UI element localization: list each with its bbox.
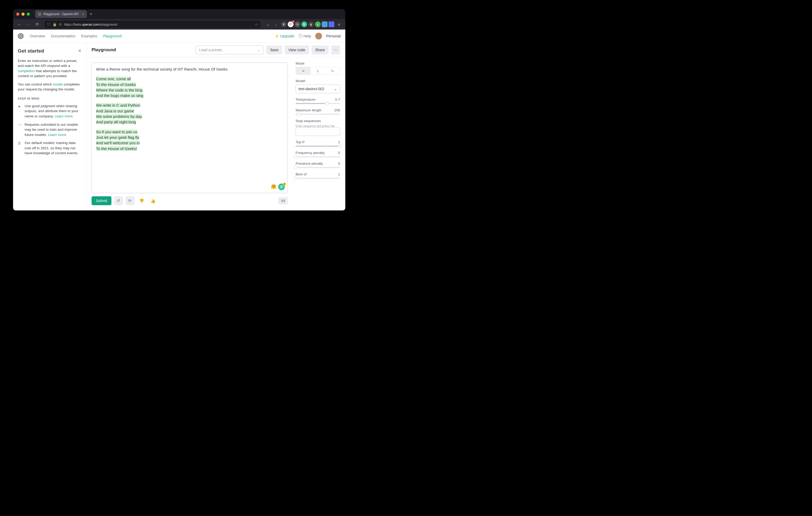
maxlen-slider[interactable] bbox=[296, 114, 340, 115]
nav-examples[interactable]: Examples bbox=[81, 34, 97, 38]
extension-plus-icon[interactable]: + bbox=[315, 22, 321, 27]
keep-in-mind-heading: KEEP IN MIND bbox=[18, 97, 81, 101]
prompt-editor[interactable]: Write a theme song for the technical soc… bbox=[92, 62, 288, 193]
editor-column: Write a theme song for the technical soc… bbox=[86, 57, 293, 210]
close-sidebar-icon[interactable]: ✕ bbox=[78, 48, 81, 54]
sidebar-title: Get started ✕ bbox=[18, 47, 81, 55]
downloads-icon[interactable]: ↓ bbox=[272, 21, 280, 28]
reload-button[interactable]: ⟳ bbox=[33, 21, 41, 28]
completion-text: Come one, come allTo the House of GeeksW… bbox=[96, 76, 283, 151]
address-bar[interactable]: 🛡 🔒 ⚙ https://beta.openai.com/playground… bbox=[45, 21, 261, 28]
nav-right: ⚡ Upgrade ? Help Personal bbox=[275, 33, 341, 39]
grammarly-icon[interactable]: G bbox=[301, 22, 307, 27]
help-link[interactable]: ? Help bbox=[298, 34, 311, 38]
new-tab-button[interactable]: + bbox=[89, 11, 92, 17]
lock-icon: 🔒 bbox=[53, 23, 57, 26]
topp-param: Top P1 bbox=[296, 140, 340, 147]
temperature-slider[interactable] bbox=[296, 103, 340, 104]
close-window-icon[interactable] bbox=[16, 12, 19, 16]
bookmark-icon[interactable]: ☆ bbox=[255, 23, 258, 26]
close-tab-icon[interactable]: × bbox=[82, 12, 84, 16]
model-select[interactable]: text-davinci-002 ⌄ bbox=[296, 85, 340, 93]
thumbs-down-button[interactable]: 👎 bbox=[137, 196, 146, 205]
bestof-slider[interactable] bbox=[296, 178, 340, 179]
chevron-down-icon: ⌄ bbox=[257, 48, 260, 52]
extension-k-icon[interactable]: K bbox=[281, 22, 287, 27]
stop-param: Stop sequences Enter sequence and press … bbox=[296, 119, 340, 136]
mode-insert-icon[interactable]: ⤓ bbox=[311, 67, 325, 74]
submit-button[interactable]: Submit bbox=[92, 196, 111, 205]
back-button[interactable]: ← bbox=[16, 21, 23, 28]
sidebar: Get started ✕ Enter an instruction or se… bbox=[13, 42, 86, 210]
emoji-reaction-icon[interactable]: 🤗 bbox=[270, 183, 277, 190]
pres-param: Presence penalty0 bbox=[296, 161, 340, 168]
browser-toolbar: ← → ⟳ 🛡 🔒 ⚙ https://beta.openai.com/play… bbox=[13, 19, 345, 30]
permissions-icon: ⚙ bbox=[59, 23, 62, 26]
nav-links: Overview Documentation Examples Playgrou… bbox=[30, 34, 122, 38]
model-link[interactable]: model bbox=[53, 82, 63, 86]
svg-point-0 bbox=[38, 13, 40, 15]
hamburger-menu-icon[interactable]: ≡ bbox=[336, 21, 343, 28]
mode-param: Mode ≡ ⤓ ≒ bbox=[296, 61, 340, 75]
action-row: Submit ↺ ⟳ 👎 👍 94 bbox=[92, 196, 288, 205]
forward-button[interactable]: → bbox=[25, 21, 32, 28]
params-panel: Mode ≡ ⤓ ≒ Model text-davinci-002 ⌄ bbox=[293, 57, 345, 210]
nav-overview[interactable]: Overview bbox=[30, 34, 45, 38]
undo-button[interactable]: ↺ bbox=[114, 196, 123, 205]
pocket-icon[interactable]: ⌄ bbox=[264, 21, 271, 28]
pres-slider[interactable] bbox=[296, 167, 340, 168]
browser-window: Playground - OpenAI API × + ← → ⟳ 🛡 🔒 ⚙ … bbox=[13, 9, 345, 210]
stop-sequence-input[interactable] bbox=[296, 127, 340, 136]
sidebar-intro-2: You can control which model completes yo… bbox=[18, 82, 81, 92]
temperature-param: Temperature0.7 bbox=[296, 97, 340, 104]
view-code-button[interactable]: View code bbox=[285, 45, 309, 54]
tab-title: Playground - OpenAI API bbox=[44, 12, 79, 16]
bestof-param: Best of1 bbox=[296, 172, 340, 179]
page-content: Overview Documentation Examples Playgrou… bbox=[13, 30, 345, 210]
freq-slider[interactable] bbox=[296, 156, 340, 157]
account-name[interactable]: Personal bbox=[326, 34, 341, 38]
sidebar-intro-1: Enter an instruction or select a preset,… bbox=[18, 58, 81, 79]
editor-badges: 🤗 G2 bbox=[270, 183, 285, 190]
help-icon: ? bbox=[298, 34, 302, 38]
share-button[interactable]: Share bbox=[312, 45, 328, 54]
minimize-window-icon[interactable] bbox=[22, 12, 25, 16]
preset-select[interactable]: Load a preset... ⌄ bbox=[196, 45, 264, 54]
extension-c-icon[interactable]: ↻ bbox=[295, 22, 300, 27]
thumbs-up-button[interactable]: 👍 bbox=[149, 196, 157, 205]
playground-header: Playground Load a preset... ⌄ Save View … bbox=[86, 42, 345, 57]
extension-purple-icon[interactable] bbox=[328, 22, 334, 27]
main-body: Write a theme song for the technical soc… bbox=[86, 57, 345, 210]
token-count: 94 bbox=[278, 197, 288, 205]
learn-more-link[interactable]: Learn more bbox=[48, 133, 66, 137]
topp-slider[interactable] bbox=[296, 146, 340, 147]
url-text: https://beta.openai.com/playground bbox=[64, 23, 253, 26]
nav-playground[interactable]: Playground bbox=[103, 34, 122, 38]
learn-more-link[interactable]: Learn more bbox=[55, 114, 73, 118]
activity-icon: 〰 bbox=[18, 123, 22, 138]
ublock-icon[interactable]: 🛡9 bbox=[288, 22, 293, 27]
mode-complete-icon[interactable]: ≡ bbox=[296, 67, 311, 74]
save-button[interactable]: Save bbox=[266, 45, 282, 54]
lightning-icon: ⚡ bbox=[275, 34, 279, 38]
more-button[interactable]: ⋯ bbox=[331, 45, 340, 54]
completion-link[interactable]: completion bbox=[18, 69, 35, 73]
shield-icon: 🛡 bbox=[47, 23, 51, 26]
maximize-window-icon[interactable] bbox=[27, 12, 30, 16]
keep-in-mind-item: ➤ Use good judgment when sharing outputs… bbox=[18, 103, 81, 119]
openai-favicon bbox=[38, 12, 41, 16]
grammarly-badge-icon[interactable]: G2 bbox=[278, 183, 285, 190]
calendar-icon: 🗓 bbox=[18, 141, 22, 156]
nav-documentation[interactable]: Documentation bbox=[51, 34, 75, 38]
openai-logo[interactable] bbox=[18, 33, 24, 39]
main: Playground Load a preset... ⌄ Save View … bbox=[86, 42, 345, 210]
mode-toggle: ≡ ⤓ ≒ bbox=[296, 67, 340, 75]
extension-icon[interactable]: ▮ bbox=[308, 22, 314, 27]
avatar[interactable] bbox=[315, 33, 322, 39]
keep-in-mind-item: 🗓 Our default models' training data cuts… bbox=[18, 140, 81, 156]
mode-edit-icon[interactable]: ≒ bbox=[325, 67, 340, 74]
regenerate-button[interactable]: ⟳ bbox=[125, 196, 135, 205]
extension-blue-icon[interactable] bbox=[322, 22, 327, 27]
upgrade-link[interactable]: ⚡ Upgrade bbox=[275, 34, 294, 38]
browser-tab[interactable]: Playground - OpenAI API × bbox=[35, 10, 87, 18]
